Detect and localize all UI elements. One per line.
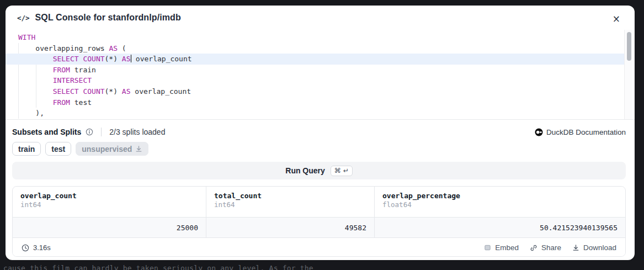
vertical-divider — [101, 128, 102, 136]
download-icon — [572, 244, 579, 251]
share-link-icon — [530, 244, 537, 252]
split-pill-label: test — [51, 145, 65, 153]
duckdb-logo-icon — [535, 128, 543, 136]
code-line: overlapping_rows AS ( — [6, 43, 624, 54]
code-line: ), — [6, 108, 624, 119]
code-line: INTERSECT — [6, 75, 624, 86]
close-icon[interactable]: × — [613, 14, 620, 24]
code-line: SELECT COUNT(*) AS overlap_count — [6, 86, 624, 97]
background-page-text: cause this film can hardly be taken seri… — [3, 264, 313, 270]
sql-console-modal: </> SQL Console for stanfordnlp/imdb × W… — [6, 6, 635, 260]
embed-button[interactable]: Embed — [484, 243, 519, 252]
editor-scrollbar-thumb[interactable] — [627, 32, 631, 61]
embed-icon — [484, 244, 491, 251]
code-line: FROM test — [6, 97, 624, 108]
split-pill-label: unsupervised — [82, 145, 132, 153]
table-row: 25000 49582 50.421523940139565 — [13, 217, 625, 237]
split-pill-unsupervised[interactable]: unsupervised — [76, 142, 148, 156]
code-tag-icon: </> — [17, 14, 30, 22]
splits-loaded-status: 2/3 splits loaded — [109, 128, 165, 136]
modal-title: SQL Console for stanfordnlp/imdb — [35, 13, 181, 23]
screen: cause this film can hardly be taken seri… — [0, 0, 644, 270]
column-name: overlap_count — [20, 192, 198, 200]
run-query-label: Run Query — [285, 166, 325, 175]
duckdb-documentation-link[interactable]: DuckDB Documentation — [535, 128, 626, 136]
column-header-total-count: total_count int64 — [206, 187, 374, 217]
column-type: int64 — [20, 200, 198, 209]
download-label: Download — [583, 243, 616, 252]
split-pill-label: train — [18, 145, 35, 153]
results-footer: 3.16s Embed — [13, 237, 625, 257]
download-button[interactable]: Download — [572, 243, 616, 252]
cell-overlap-percentage: 50.421523940139565 — [374, 218, 625, 237]
cell-overlap-count: 25000 — [13, 218, 206, 237]
splits-meta-row: Subsets and Splits 2/3 splits loaded — [6, 126, 635, 137]
code-line: WITH — [6, 32, 624, 43]
run-query-button[interactable]: Run Query ⌘ ↵ — [12, 162, 626, 179]
keyboard-shortcut-badge: ⌘ ↵ — [331, 166, 353, 176]
column-header-overlap-percentage: overlap_percentage float64 — [374, 187, 625, 217]
code-area: WITH overlapping_rows AS ( SELECT COUNT(… — [6, 30, 635, 119]
info-icon[interactable] — [86, 128, 93, 136]
splits-meta-left: Subsets and Splits 2/3 splits loaded — [12, 128, 165, 136]
footer-actions: Embed Share — [484, 243, 616, 252]
modal-header: </> SQL Console for stanfordnlp/imdb — [6, 6, 635, 30]
download-icon — [135, 145, 142, 152]
query-elapsed-time: 3.16s — [22, 243, 51, 252]
embed-label: Embed — [495, 243, 519, 252]
code-line: SELECT COUNT(*) AS overlap_count — [6, 54, 624, 65]
splits-section-title: Subsets and Splits — [12, 128, 81, 136]
splits-row: train test unsupervised — [6, 142, 635, 156]
share-label: Share — [541, 243, 561, 252]
cell-total-count: 49582 — [206, 218, 374, 237]
elapsed-value: 3.16s — [33, 243, 51, 252]
split-pill-test[interactable]: test — [45, 142, 71, 156]
results-table: overlap_count int64 total_count int64 ov… — [12, 186, 626, 257]
code-line: FROM train — [6, 65, 624, 76]
sql-editor[interactable]: WITH overlapping_rows AS ( SELECT COUNT(… — [6, 30, 635, 120]
split-pill-train[interactable]: train — [12, 142, 41, 156]
editor-scrollbar[interactable] — [624, 30, 632, 120]
column-type: int64 — [214, 200, 366, 209]
table-header-row: overlap_count int64 total_count int64 ov… — [13, 187, 625, 217]
share-button[interactable]: Share — [530, 243, 561, 252]
column-name: overlap_percentage — [382, 192, 618, 200]
clock-icon — [22, 244, 29, 252]
column-name: total_count — [214, 192, 366, 200]
column-header-overlap-count: overlap_count int64 — [13, 187, 206, 217]
duckdb-documentation-label: DuckDB Documentation — [546, 128, 626, 136]
column-type: float64 — [382, 200, 618, 209]
